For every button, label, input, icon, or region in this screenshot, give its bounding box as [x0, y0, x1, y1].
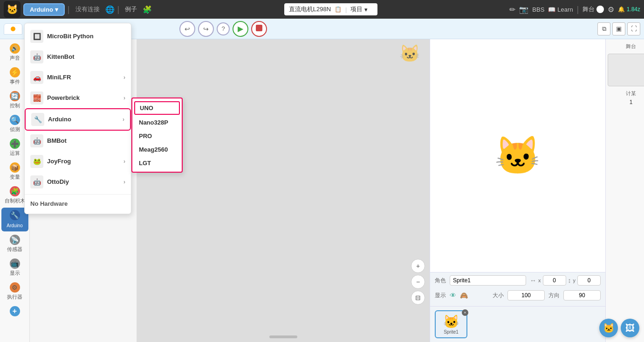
undo-button[interactable]: ↩ [179, 21, 195, 37]
dir-input[interactable] [563, 290, 601, 300]
sound-label: 声音 [10, 55, 20, 62]
logo-icon: 🐱 [7, 4, 18, 15]
menu-item-minilfr[interactable]: 🚗 MiniLFR › [25, 67, 131, 88]
sprite-stage-wrapper: 🐱 角色 ↔ x ↕ y [430, 39, 605, 342]
device-dropdown-menu: 🔲 MicroBit Python 🤖 KittenBot 🚗 MiniLFR … [24, 23, 131, 214]
fullscreen-button[interactable]: ⛶ [627, 22, 640, 35]
control-label: 控制 [10, 102, 20, 109]
sprite-thumbnail[interactable]: × 🐱 Sprite1 [435, 310, 467, 338]
zoom-in-icon: + [416, 262, 420, 270]
sprite-thumb-label: Sprite1 [444, 329, 459, 335]
camera-button[interactable]: 📷 [519, 5, 528, 14]
joyfrog-icon: 🐸 [30, 155, 43, 168]
no-connection-label: 没有连接 [73, 3, 103, 15]
menu-item-bmbot[interactable]: 🤖 BMBot [25, 131, 131, 151]
project-menu-button[interactable]: 项目 ▾ [350, 5, 368, 14]
submenu-item-pro[interactable]: PRO [132, 129, 182, 143]
display-dot: 📺 [10, 258, 20, 269]
minilfr-label: MiniLFR [47, 74, 120, 81]
pencil-button[interactable]: ✏ [509, 5, 515, 14]
sidebar-item-sensors[interactable]: 📡 传感器 [1, 232, 28, 255]
zoom-in-button[interactable]: + [411, 259, 425, 273]
single-view-icon: ▣ [616, 25, 622, 32]
add-sprite-icon: 🐱 [603, 322, 615, 334]
sidebar-item-display[interactable]: 📺 显示 [1, 256, 28, 279]
redo-button[interactable]: ↪ [198, 21, 214, 37]
menu-item-joyfrog[interactable]: 🐸 JoyFrog › [25, 151, 131, 172]
warning-dot [11, 27, 15, 31]
bbs-button[interactable]: BBS [532, 6, 544, 13]
sprite-props-row: 显示 👁 🙈 大小 方向 [435, 290, 601, 300]
sprite-info-bar: 角色 ↔ x ↕ y 显示 👁 [430, 272, 605, 307]
learn-button[interactable]: 📖 Learn [548, 6, 573, 13]
blocks-icon: 🧩 [143, 5, 152, 14]
divider1: | [68, 5, 70, 14]
device-selector-button[interactable]: Arduino ▾ 🔲 MicroBit Python 🤖 KittenBot … [23, 3, 65, 16]
stop-icon [256, 25, 262, 33]
examples-button[interactable]: 例子 [122, 3, 140, 15]
view-controls: ⧉ ▣ ⛶ [597, 22, 640, 35]
operators-label: 运算 [10, 150, 20, 157]
green-flag-icon: ▶ [238, 24, 243, 33]
arduino-board-icon: 🔧 [10, 210, 20, 220]
horizontal-scrollbar[interactable] [269, 335, 297, 338]
arduino-submenu: UNO Nano328P PRO Meag2560 LGT [131, 98, 183, 173]
minilfr-arrow-icon: › [123, 74, 125, 81]
menu-item-powerbrick[interactable]: 🧱 Powerbrick › [25, 88, 131, 108]
project-label: 项目 [350, 5, 363, 14]
sidebar-item-actuator[interactable]: ⚙ 执行器 [1, 280, 28, 303]
submenu-item-nano328p[interactable]: Nano328P [132, 116, 182, 129]
submenu-item-meag2560[interactable]: Meag2560 [132, 143, 182, 156]
canvas-area[interactable]: 🐱 + − ⊟ [137, 39, 430, 342]
single-view-button[interactable]: ▣ [612, 22, 625, 35]
menu-item-ottodiy[interactable]: 🤖 OttoDiy › [25, 172, 131, 192]
hide-eye-button[interactable]: 🙈 [460, 292, 468, 299]
sidebar-item-more[interactable]: + [1, 304, 28, 319]
green-flag-button[interactable]: ▶ [233, 21, 248, 37]
submenu-item-lgt[interactable]: LGT [132, 156, 182, 170]
logo-button[interactable]: 🐱 [4, 1, 21, 18]
x-input[interactable] [543, 275, 566, 286]
help-button[interactable]: ? [217, 22, 230, 35]
microbit-icon: 🔲 [30, 30, 43, 43]
zoom-fit-button[interactable]: ⊟ [411, 291, 425, 305]
stage-toggle-circle [596, 6, 604, 13]
sound-dot: 🔊 [10, 43, 20, 54]
tab-code[interactable] [4, 23, 22, 35]
signal-button[interactable]: 🔔 1.84z [618, 6, 640, 13]
sprite-thumb-icon: 🐱 [443, 314, 459, 329]
event-dot: ⚡ [10, 67, 20, 77]
stop-button[interactable] [251, 21, 267, 37]
submenu-item-uno[interactable]: UNO [134, 101, 180, 115]
divider3: | [577, 5, 579, 14]
y-input[interactable] [577, 275, 601, 286]
add-sprite-button[interactable]: 🐱 [599, 319, 618, 337]
divider2: | [117, 5, 120, 14]
no-hardware-option[interactable]: No Hardware [25, 196, 131, 211]
stage-toggle-button[interactable]: 舞台 [582, 5, 604, 14]
menu-item-kittenbot[interactable]: 🤖 KittenBot [25, 47, 131, 67]
show-eye-button[interactable]: 👁 [450, 292, 456, 299]
bmbot-label: BMBot [47, 137, 125, 144]
size-input[interactable] [507, 290, 545, 300]
x-label: x [538, 278, 541, 283]
menu-item-microbit[interactable]: 🔲 MicroBit Python [25, 26, 131, 47]
menu-divider [25, 194, 131, 195]
split-view-button[interactable]: ⧉ [597, 22, 610, 35]
more-dot: + [10, 306, 20, 316]
sprite-close-button[interactable]: × [462, 309, 468, 316]
right-panel: 🐱 角色 ↔ x ↕ y [430, 39, 644, 342]
stage-section: 舞台 计某 1 [605, 39, 644, 342]
ottodiy-arrow-icon: › [123, 179, 125, 185]
redo-icon: ↪ [203, 25, 209, 33]
kittenbot-icon: 🤖 [30, 50, 43, 63]
sprite-name-input[interactable] [450, 275, 526, 286]
sensors-dot: 📡 [10, 235, 20, 245]
zoom-out-button[interactable]: − [411, 275, 425, 289]
top-center: 直流电机L298N 📋 | 项目 ▾ [155, 3, 507, 15]
arduino-icon: 🔧 [31, 113, 44, 126]
stage-header-label: 舞台 [608, 41, 644, 52]
menu-item-arduino[interactable]: 🔧 Arduino › [25, 108, 131, 131]
add-something-button[interactable]: 🖼 [621, 319, 639, 337]
settings-button[interactable]: ⚙ [608, 5, 614, 14]
